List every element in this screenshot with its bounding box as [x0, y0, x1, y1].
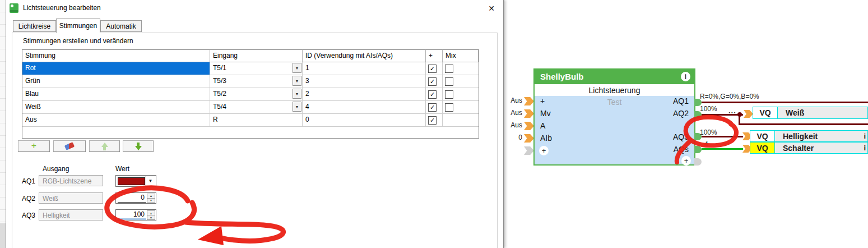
input-connector-aib[interactable]: [524, 134, 534, 143]
cell-stimmung[interactable]: Aus: [22, 114, 210, 126]
delete-row-button[interactable]: [53, 140, 86, 152]
close-icon[interactable]: ✕: [485, 3, 498, 14]
vq-tag: VQ: [753, 107, 778, 118]
spin-down-icon[interactable]: ▼: [147, 198, 155, 203]
plus-checkbox[interactable]: ✓: [428, 90, 437, 99]
spin-up-icon[interactable]: ▲: [147, 210, 155, 215]
plus-checkbox[interactable]: ✓: [428, 103, 437, 112]
aq1-color-dropdown[interactable]: ▼: [115, 175, 156, 187]
cell-eingang[interactable]: T5/4▼: [210, 101, 303, 113]
info-icon[interactable]: i: [864, 144, 866, 152]
cell-id[interactable]: 2: [303, 88, 426, 100]
wire-aq1[interactable]: [702, 102, 868, 103]
screen: Lichtsteuerung bearbeiten ✕ Lichtkreise …: [0, 0, 868, 248]
add-output-icon[interactable]: +: [681, 156, 691, 166]
eingang-value: T5/3: [213, 77, 226, 85]
eingang-dropdown-icon[interactable]: ▼: [293, 76, 301, 86]
mix-checkbox[interactable]: [445, 65, 453, 73]
table-row[interactable]: Blau T5/2▼ 2 ✓: [22, 88, 479, 101]
mix-checkbox[interactable]: [445, 90, 453, 99]
info-icon[interactable]: i: [681, 72, 690, 81]
header-eingang[interactable]: Eingang: [210, 50, 303, 62]
wire-aq2-branch[interactable]: [739, 123, 868, 125]
header-mix[interactable]: Mix: [443, 50, 479, 62]
cell-id[interactable]: 3: [303, 75, 426, 88]
wire-label-aqs: 4: [704, 140, 708, 148]
input-connector-plus[interactable]: [524, 97, 534, 105]
eingang-dropdown-icon[interactable]: ▼: [293, 63, 301, 73]
eingang-value: R: [213, 116, 218, 123]
cell-plus: ✓: [426, 75, 443, 88]
wire-dots-aq2: ...: [728, 107, 736, 115]
vq-name: Weiß: [778, 107, 867, 118]
check-icon: ✓: [430, 79, 435, 85]
tab-stimmungen[interactable]: Stimmungen: [56, 19, 100, 33]
output-connector-aqs[interactable]: [694, 146, 702, 153]
aq3-value-spinner[interactable]: 100 ▲▼: [115, 209, 156, 221]
plus-checkbox[interactable]: ✓: [428, 116, 437, 125]
plus-checkbox[interactable]: ✓: [428, 65, 437, 73]
cell-mix: [443, 75, 479, 88]
input-connector-a[interactable]: [524, 122, 534, 130]
info-icon[interactable]: i: [864, 132, 866, 140]
header-id[interactable]: ID (Verwendung mit AIs/AQs): [303, 50, 426, 62]
aq2-value[interactable]: 0: [118, 194, 146, 203]
mix-checkbox[interactable]: [445, 77, 453, 86]
wire-aqs[interactable]: [702, 148, 743, 150]
block-type-label: Lichtsteuerung: [535, 84, 694, 96]
header-plus[interactable]: +: [426, 50, 443, 62]
input-connector-add[interactable]: [524, 146, 534, 155]
cell-id[interactable]: 1: [303, 62, 426, 75]
vq-block-schalter[interactable]: VQ Schalteri: [750, 142, 868, 154]
wire-label-aq3: 100%: [700, 128, 717, 136]
header-stimmung[interactable]: Stimmung: [22, 50, 210, 62]
spin-up-icon[interactable]: ▲: [147, 194, 155, 198]
vq-block-helligkeit[interactable]: VQ Helligkeiti: [750, 130, 868, 142]
spin-down-icon[interactable]: ▼: [147, 215, 155, 220]
eingang-dropdown-icon[interactable]: ▼: [293, 89, 301, 99]
dialog-title: Lichtsteuerung bearbeiten: [23, 4, 101, 12]
vq-block-weiss[interactable]: VQ Weiß: [753, 107, 868, 119]
vq-weiss-input-connector[interactable]: [744, 110, 753, 118]
cell-id[interactable]: 4: [303, 101, 426, 113]
move-down-button[interactable]: [123, 140, 154, 152]
input-connector-mv[interactable]: [524, 109, 534, 118]
cell-stimmung[interactable]: Blau: [22, 88, 210, 100]
cell-eingang[interactable]: R: [210, 114, 303, 126]
add-input-icon[interactable]: +: [539, 146, 549, 155]
cell-id[interactable]: 0: [303, 114, 426, 126]
dialog-titlebar[interactable]: Lichtsteuerung bearbeiten ✕: [6, 0, 503, 17]
dropdown-arrow-icon[interactable]: ▼: [145, 176, 155, 186]
cell-mix: [443, 88, 479, 100]
cell-eingang[interactable]: T5/2▼: [210, 88, 303, 100]
vq-name-text: Helligkeit: [783, 132, 818, 141]
dialog-lichtsteuerung-bearbeiten: Lichtsteuerung bearbeiten ✕ Lichtkreise …: [6, 0, 504, 248]
cell-eingang[interactable]: T5/1▼: [210, 62, 303, 75]
cell-plus: ✓: [426, 114, 443, 126]
cell-plus: ✓: [426, 62, 443, 75]
cell-eingang[interactable]: T5/3▼: [210, 75, 303, 88]
cell-stimmung[interactable]: Rot: [22, 62, 210, 75]
function-block-shellybulb[interactable]: ShellyBulb i Lichtsteuerung Test + Mv A …: [533, 68, 695, 166]
cell-stimmung[interactable]: Grün: [22, 75, 210, 88]
port-label-aq1: AQ1: [22, 177, 35, 185]
vq-name: Helligkeiti: [775, 131, 867, 141]
eraser-icon: [64, 142, 75, 150]
wire-aq2[interactable]: [702, 114, 743, 116]
plus-checkbox[interactable]: ✓: [428, 77, 437, 86]
column-label-ausgang: Ausgang: [43, 165, 69, 173]
table-row[interactable]: Aus R 0 ✓: [22, 114, 479, 127]
tab-lichtkreise[interactable]: Lichtkreise: [13, 20, 56, 32]
aq2-value-spinner[interactable]: 0 ▲▼: [115, 192, 156, 204]
mix-checkbox[interactable]: [445, 103, 453, 112]
tab-automatik[interactable]: Automatik: [100, 20, 142, 32]
cell-stimmung[interactable]: Weiß: [22, 101, 210, 113]
app-icon-dot: [11, 4, 13, 7]
eingang-dropdown-icon[interactable]: ▼: [293, 102, 301, 112]
input-label-mv: Mv: [540, 109, 551, 118]
table-row[interactable]: Weiß T5/4▼ 4 ✓: [22, 101, 479, 114]
add-row-button[interactable]: +: [18, 140, 50, 152]
move-up-button[interactable]: [89, 140, 120, 152]
table-row[interactable]: Rot T5/1▼ 1 ✓: [22, 62, 479, 75]
table-row[interactable]: Grün T5/3▼ 3 ✓: [22, 75, 479, 88]
